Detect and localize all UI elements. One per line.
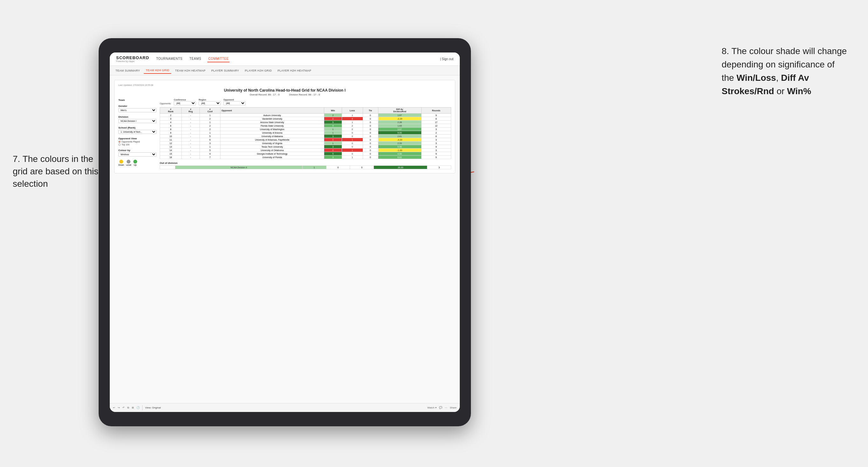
subnav-team-h2h-grid[interactable]: TEAM H2H GRID [144,67,171,74]
cell-tie: 0 [363,114,378,117]
team-label: Team [118,99,157,101]
legend: Down Level Up [118,160,157,166]
school-label: School (Rank) [118,126,157,129]
nav-committee[interactable]: COMMITTEE [208,56,229,62]
cell-rank: 6 [160,124,182,128]
cell-rank: 12 [160,142,182,145]
cell-win: 5 [324,121,342,124]
sign-out-link[interactable]: | Sign out [440,57,454,61]
ood-rounds: 3 [427,166,451,169]
cell-loss: 0 [342,128,363,131]
table-row: 16 - 7 University of Florida 3 1 0 6.62 … [160,156,451,159]
colour-by-select[interactable]: Win/loss [118,152,157,157]
cell-conf: 1 [200,145,220,149]
cell-conf: 2 [200,117,220,121]
cell-win: 3 [324,145,342,149]
cell-diff: 2.61 [378,134,421,138]
tablet-frame: SCOREBOARD Powered by clippd TOURNAMENTS… [99,38,471,426]
toolbar-copy[interactable]: ⧉ [127,406,129,409]
toolbar-view[interactable]: View: Original [145,406,161,409]
table-body: 2 - 1 Auburn University 2 1 0 1.67 9 3 -… [160,114,451,159]
cell-reg: - [182,145,200,149]
cell-tie: 0 [363,128,378,131]
subnav-player-h2h-heatmap[interactable]: PLAYER H2H HEATMAP [276,68,313,73]
table-row: 2 - 1 Auburn University 2 1 0 1.67 9 [160,114,451,117]
conference-filter: Conference (All) [174,99,196,105]
annotation-right: 8. The colour shade will change dependin… [722,44,849,98]
ood-win: 1 [302,166,326,169]
table-row: 14 - 5 University of Oklahoma 0 1 0 -1.0… [160,149,451,152]
nav-teams[interactable]: TEAMS [189,56,202,62]
radio-top100[interactable]: Top 100 [118,144,157,146]
cell-loss: 0 [342,131,363,134]
cell-opponent: University of Florida [220,156,324,159]
cell-rounds: 3 [421,142,451,145]
cell-rounds: 2 [421,131,451,134]
cell-rounds: 9 [421,114,451,117]
cell-rank: 8 [160,128,182,131]
out-of-division-row: NCAA Division II 1 0 0 26.00 3 [160,166,451,169]
nav-tournaments[interactable]: TOURNAMENTS [156,56,183,62]
cell-conf: 1 [200,114,220,117]
cell-win: 1 [324,131,342,134]
legend-level: Level [126,160,131,166]
toolbar-redo[interactable]: ↪ [118,406,120,409]
table-header-row: #Rank #Reg #Conf Opponent Win Loss Tie D… [160,107,451,114]
cell-rounds: 3 [421,149,451,152]
cell-rank: 9 [160,131,182,134]
cell-reg: - [182,128,200,131]
card-subtitle: Overall Record: 89 - 17 - 0 Division Rec… [118,93,451,96]
cell-opponent: University of Washington [220,128,324,131]
toolbar-grid[interactable]: ⊞ [132,406,134,409]
subnav-team-summary[interactable]: TEAM SUMMARY [114,68,142,73]
cell-diff: 1.67 [378,114,421,117]
th-loss: Loss [342,107,363,114]
school-select[interactable]: 1. University of Nort... [118,130,157,134]
cell-diff: -1.00 [378,149,421,152]
region-select[interactable]: (All) [198,101,221,105]
toolbar-back[interactable]: ↶ [123,406,125,409]
h2h-grid-table: #Rank #Reg #Conf Opponent Win Loss Tie D… [160,107,451,159]
cell-reg: - [182,156,200,159]
conference-select[interactable]: (All) [174,101,196,105]
cell-opponent: Georgia Institute of Technology [220,152,324,156]
cell-win: 2 [324,114,342,117]
cell-loss: 1 [342,149,363,152]
cell-win: 1 [324,142,342,145]
subnav-player-h2h-grid[interactable]: PLAYER H2H GRID [243,68,274,73]
gender-select[interactable]: Men's [118,108,157,112]
opponent-view-section: Opponent View Opponents Played Top 100 [118,137,157,146]
main-card: Last Updated: 27/03/2024 16:55:38 Univer… [114,80,455,174]
toolbar-share[interactable]: Share [450,406,457,409]
cell-conf: 7 [200,156,220,159]
cell-rounds: 8 [421,117,451,121]
cell-win: 0 [324,149,342,152]
toolbar-clock[interactable]: 🕐 [136,406,140,409]
cell-conf: 1 [200,121,220,124]
cell-rank: 4 [160,121,182,124]
school-section: School (Rank) 1. University of Nort... [118,126,157,134]
cell-win: 4 [324,124,342,128]
toolbar-undo[interactable]: ↩ [113,406,115,409]
cell-diff: 5.56 [378,145,421,149]
cell-conf: 5 [200,134,220,138]
toolbar-dots[interactable]: ⋯ [445,406,447,409]
cell-win: 5 [324,152,342,156]
legend-up-circle [133,160,137,163]
cell-reg: - [182,124,200,128]
toolbar-watch[interactable]: Watch ▾ [427,406,437,409]
cell-conf: 3 [200,142,220,145]
colour-by-section: Colour by Win/loss [118,149,157,157]
table-row: 6 - 2 Florida State University 4 2 0 1.8… [160,124,451,128]
cell-win: 1 [324,128,342,131]
opponent-select[interactable]: (All) [223,101,246,105]
subnav-player-summary[interactable]: PLAYER SUMMARY [209,68,241,73]
toolbar-comment[interactable]: 💬 [439,406,442,409]
cell-win: 0 [324,117,342,121]
sub-nav: TEAM SUMMARY TEAM H2H GRID TEAM H2H HEAT… [110,66,460,75]
radio-opponents-played[interactable]: Opponents Played [118,141,157,143]
division-select[interactable]: NCAA Division I [118,119,157,123]
table-row: 12 - 3 University of Virginia 1 0 0 2.33… [160,142,451,145]
cell-loss: 1 [342,138,363,142]
subnav-team-h2h-heatmap[interactable]: TEAM H2H HEATMAP [173,68,208,73]
